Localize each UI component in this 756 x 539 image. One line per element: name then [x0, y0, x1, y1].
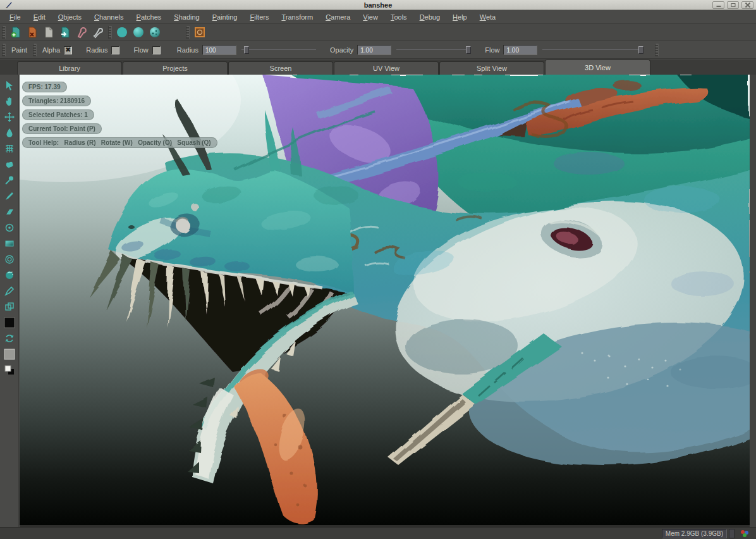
- menu-weta[interactable]: Weta: [474, 11, 501, 23]
- menu-file[interactable]: File: [4, 11, 27, 23]
- new-project-icon[interactable]: [8, 25, 24, 40]
- tab-projects[interactable]: Projects: [123, 61, 228, 75]
- view-tab-bar: Library Projects Screen UV View Split Vi…: [0, 59, 756, 75]
- hud-fps: FPS: 17.39: [22, 82, 67, 92]
- blur-tool-icon[interactable]: [2, 251, 17, 267]
- paint-through-icon[interactable]: [73, 25, 90, 40]
- opacity-input[interactable]: [357, 45, 391, 55]
- menu-filters[interactable]: Filters: [244, 11, 274, 23]
- radius-toggle-label: Radius: [86, 46, 107, 54]
- menu-objects[interactable]: Objects: [52, 11, 87, 23]
- menu-camera[interactable]: Camera: [320, 11, 356, 23]
- menu-view[interactable]: View: [357, 11, 384, 23]
- status-bar: Mem 2.9GB (3.9GB): [0, 527, 756, 539]
- paint-settings-bar: Paint Alpha ✖ Radius Flow Radius Opacity…: [0, 42, 756, 59]
- radius-label: Radius: [177, 46, 198, 54]
- color-pick-icon[interactable]: [90, 25, 106, 40]
- hud-current-tool: Current Tool: Paint (P): [22, 123, 102, 134]
- tab-screen[interactable]: Screen: [228, 61, 333, 75]
- window-title: banshee: [0, 1, 756, 9]
- marker-tool-icon[interactable]: [2, 283, 17, 299]
- menu-shading[interactable]: Shading: [168, 11, 205, 23]
- pan-tool-icon[interactable]: [2, 93, 17, 109]
- gradient-tool-icon[interactable]: [2, 235, 17, 251]
- menu-channels[interactable]: Channels: [88, 11, 130, 23]
- copy-patches-tool-icon[interactable]: [2, 299, 17, 314]
- color-profile-icon[interactable]: [740, 530, 750, 538]
- alpha-label: Alpha: [42, 46, 60, 54]
- alpha-checkbox[interactable]: ✖: [64, 46, 72, 54]
- menu-patches[interactable]: Patches: [131, 11, 168, 23]
- pin-tool-icon[interactable]: [2, 172, 17, 188]
- menu-help[interactable]: Help: [447, 11, 473, 23]
- menu-debug[interactable]: Debug: [414, 11, 446, 23]
- move-tool-icon[interactable]: [2, 109, 17, 125]
- smear-tool-icon[interactable]: [2, 156, 17, 172]
- memory-indicator: Mem 2.9GB (3.9GB): [662, 529, 727, 538]
- settings-grip[interactable]: [655, 44, 659, 56]
- tab-split-view[interactable]: Split View: [439, 61, 544, 75]
- toolbar-grip[interactable]: [2, 26, 6, 39]
- radius-input[interactable]: [202, 45, 236, 55]
- main-area: FPS: 17.39 Triangles: 2180916 Selected P…: [0, 75, 756, 527]
- maximize-button[interactable]: [727, 1, 739, 9]
- status-spacer: [729, 529, 735, 538]
- save-project-icon[interactable]: [40, 25, 57, 40]
- hud-selected-patches: Selected Patches: 1: [22, 109, 94, 120]
- import-icon[interactable]: [57, 25, 73, 40]
- viewport-right-edge: [750, 75, 756, 527]
- opacity-label: Opacity: [330, 46, 353, 54]
- clone-tool-icon[interactable]: [2, 220, 17, 235]
- shading-basic-icon[interactable]: [130, 25, 147, 40]
- hud-tool-help: Tool Help: Radius (R) Rotate (W) Opacity…: [22, 137, 217, 148]
- eraser-tool-icon[interactable]: [2, 204, 17, 220]
- flow-toggle-label: Flow: [133, 46, 148, 54]
- menu-tools[interactable]: Tools: [385, 11, 413, 23]
- menu-painting[interactable]: Painting: [207, 11, 243, 23]
- toolbar-grip[interactable]: [186, 26, 190, 39]
- foreground-color-swatch[interactable]: [2, 314, 17, 330]
- project-toolbar: [0, 24, 756, 41]
- toolbar-grip[interactable]: [108, 26, 112, 39]
- close-project-icon[interactable]: [24, 25, 40, 40]
- warp-tool-icon[interactable]: [2, 140, 17, 156]
- hud-triangles: Triangles: 2180916: [22, 96, 91, 106]
- close-button[interactable]: [741, 1, 753, 9]
- flow-slider[interactable]: [542, 46, 643, 54]
- minimize-button[interactable]: [712, 1, 724, 9]
- menu-edit[interactable]: Edit: [28, 11, 51, 23]
- opacity-slider[interactable]: [396, 46, 471, 54]
- swap-colors-icon[interactable]: [2, 330, 17, 346]
- brush-tool-icon[interactable]: [2, 188, 17, 204]
- default-colors-icon[interactable]: [2, 362, 17, 378]
- background-color-swatch[interactable]: [2, 346, 17, 362]
- tab-3d-view[interactable]: 3D View: [545, 59, 650, 75]
- viewport-3d[interactable]: FPS: 17.39 Triangles: 2180916 Selected P…: [20, 75, 750, 525]
- tab-uv-view[interactable]: UV View: [334, 61, 439, 75]
- select-tool-icon[interactable]: [2, 77, 17, 93]
- smudge-tool-icon[interactable]: [2, 267, 17, 283]
- application-window: banshee File Edit Objects Channels Patch…: [0, 0, 756, 539]
- settings-grip[interactable]: [33, 44, 37, 56]
- tab-library[interactable]: Library: [17, 61, 122, 75]
- settings-grip[interactable]: [2, 44, 6, 56]
- projection-icon[interactable]: [192, 25, 208, 40]
- shading-flat-icon[interactable]: [114, 25, 130, 40]
- menu-transform[interactable]: Transform: [276, 11, 319, 23]
- blend-tool-icon[interactable]: [2, 125, 17, 140]
- flow-input[interactable]: [503, 45, 537, 55]
- app-brush-icon: [5, 1, 14, 9]
- flow-label: Flow: [485, 46, 499, 54]
- radius-slider[interactable]: [241, 46, 316, 54]
- title-bar: banshee: [0, 0, 756, 10]
- flow-toggle-checkbox[interactable]: [152, 46, 161, 54]
- radius-toggle-checkbox[interactable]: [111, 46, 119, 54]
- menu-bar: File Edit Objects Channels Patches Shadi…: [0, 11, 756, 24]
- tool-name-label: Paint: [11, 46, 27, 54]
- tool-sidebar: [0, 75, 19, 527]
- shading-textured-icon[interactable]: [147, 25, 163, 40]
